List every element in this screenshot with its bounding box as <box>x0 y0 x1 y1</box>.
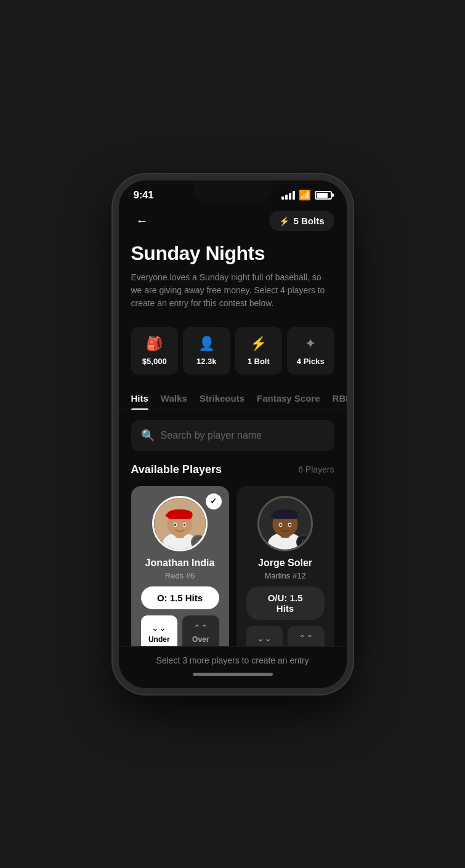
stat-card-prize: 🎒 $5,000 <box>131 327 179 375</box>
players-title: Available Players <box>131 463 222 476</box>
picks-icon: ✦ <box>305 336 316 352</box>
svg-rect-6 <box>166 514 172 517</box>
no-entry-icon-india: ⊘ <box>191 535 206 550</box>
players-header: Available Players 6 Players <box>131 463 334 476</box>
status-time: 9:41 <box>134 189 154 201</box>
prize-icon: 🎒 <box>146 336 163 352</box>
prize-value: $5,000 <box>142 357 167 366</box>
stat-card-entries: 👤 12.3k <box>183 327 230 375</box>
ou-buttons-india: ⌄⌄ Under ⌃⌃ Over <box>141 615 219 646</box>
page-description: Everyone loves a Sunday night full of ba… <box>131 271 334 310</box>
tab-walks[interactable]: Walks <box>161 387 187 410</box>
status-icons: 📶 <box>281 189 332 201</box>
stats-grid: 🎒 $5,000 👤 12.3k ⚡ 1 Bolt ✦ 4 Picks <box>119 320 347 387</box>
ou-buttons-soler: ⌄⌄ Under ⌃⌃ Over <box>246 626 325 646</box>
users-icon: 👤 <box>198 336 215 352</box>
search-input[interactable]: Search by player name <box>161 430 262 441</box>
svg-point-21 <box>289 524 291 526</box>
over-label-soler: Over <box>297 646 314 646</box>
search-icon: 🔍 <box>141 429 155 442</box>
under-button-soler[interactable]: ⌄⌄ Under <box>246 626 283 646</box>
bolt-icon: ⚡ <box>279 216 289 226</box>
bottom-text: Select 3 more players to create an entry <box>131 655 334 665</box>
stat-card-picks: ✦ 4 Picks <box>287 327 334 375</box>
tab-rbis-label: RBIs <box>333 393 347 404</box>
svg-point-10 <box>184 524 186 526</box>
search-box[interactable]: 🔍 Search by player name <box>131 420 334 451</box>
over-chevron-icon-soler: ⌃⌃ <box>299 633 313 643</box>
over-button-soler[interactable]: ⌃⌃ Over <box>288 626 325 646</box>
status-bar: 9:41 📶 <box>119 180 347 205</box>
player-card-india[interactable]: ✓ <box>131 486 229 646</box>
svg-point-20 <box>280 524 282 526</box>
tab-rbis[interactable]: RBIs <box>333 387 347 410</box>
player-card-soler[interactable]: ⊘ Jorge Soler Marlins #12 O/U: 1.5 Hits … <box>237 486 334 646</box>
search-container[interactable]: 🔍 Search by player name <box>119 410 347 461</box>
player-avatar-soler: ⊘ <box>257 496 313 551</box>
header: ← ⚡ 5 Bolts <box>119 205 347 240</box>
over-label: Over <box>192 635 209 644</box>
over-chevron-icon: ⌃⌃ <box>193 623 208 633</box>
tab-hits[interactable]: Hits <box>131 387 148 410</box>
page-title: Sunday Nights <box>131 242 334 265</box>
back-icon: ← <box>136 214 148 228</box>
players-count: 6 Players <box>298 464 334 474</box>
under-chevron-icon: ⌄⌄ <box>152 623 166 633</box>
player-team-soler: Marlins #12 <box>264 571 305 580</box>
tab-fantasy-label: Fantasy Score <box>257 393 320 404</box>
main-content: ← ⚡ 5 Bolts Sunday Nights Everyone loves… <box>119 205 347 646</box>
under-label: Under <box>148 635 170 644</box>
signal-icon <box>281 191 295 200</box>
bolts-badge[interactable]: ⚡ 5 Bolts <box>269 211 334 231</box>
svg-point-9 <box>174 524 177 526</box>
tab-fantasy[interactable]: Fantasy Score <box>257 387 320 410</box>
bolt-stat-icon: ⚡ <box>250 336 267 352</box>
player-avatar-india: ⊘ <box>152 496 208 551</box>
back-button[interactable]: ← <box>131 210 153 232</box>
picks-value: 4 Picks <box>297 357 325 366</box>
player-ou-soler[interactable]: O/U: 1.5 Hits <box>246 586 325 620</box>
player-name-india: Jonathan India <box>145 558 215 569</box>
players-grid: ✓ <box>131 486 334 646</box>
player-ou-india[interactable]: O: 1.5 Hits <box>141 586 219 609</box>
stat-card-bolt: ⚡ 1 Bolt <box>235 327 283 375</box>
player-name-soler: Jorge Soler <box>258 558 312 569</box>
under-button-india[interactable]: ⌄⌄ Under <box>141 615 178 646</box>
wifi-icon: 📶 <box>299 189 311 201</box>
title-section: Sunday Nights Everyone loves a Sunday ni… <box>119 240 347 320</box>
over-button-india[interactable]: ⌃⌃ Over <box>182 615 219 646</box>
player-team-india: Reds #6 <box>165 571 195 580</box>
tab-strikeouts[interactable]: Strikeouts <box>200 387 245 410</box>
under-label-soler: Under <box>254 646 275 646</box>
category-tabs: Hits Walks Strikeouts Fantasy Score RBIs… <box>119 387 347 410</box>
bolts-label: 5 Bolts <box>293 216 324 226</box>
players-section: Available Players 6 Players ✓ <box>119 461 347 646</box>
entries-value: 12.3k <box>196 357 217 366</box>
svg-rect-17 <box>271 514 278 517</box>
home-indicator <box>193 673 273 676</box>
tab-walks-label: Walks <box>161 393 187 404</box>
tab-hits-label: Hits <box>131 393 148 404</box>
bolt-value: 1 Bolt <box>248 357 270 366</box>
selected-check-icon: ✓ <box>206 493 222 509</box>
bottom-bar: Select 3 more players to create an entry <box>119 646 347 688</box>
no-entry-icon-soler: ⊘ <box>296 535 311 550</box>
tab-strikeouts-label: Strikeouts <box>200 393 245 404</box>
under-chevron-icon-soler: ⌄⌄ <box>257 633 272 643</box>
battery-icon <box>315 191 332 200</box>
